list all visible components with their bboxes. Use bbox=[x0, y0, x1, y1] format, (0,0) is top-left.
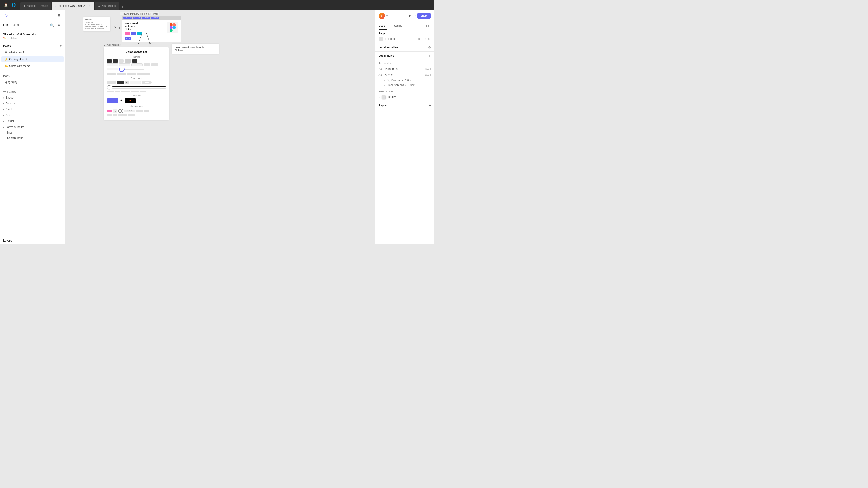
play-icon bbox=[409, 14, 412, 18]
tutorial-figma-button[interactable]: figma bbox=[125, 37, 131, 40]
tutorial-frame-area: How to install Skeleton in Figma! Skelet… bbox=[83, 12, 219, 39]
nav-buttons[interactable]: ▸ Buttons bbox=[0, 101, 65, 106]
page-color-opacity[interactable]: 100 bbox=[417, 37, 422, 41]
paragraph-size: · 16/24 bbox=[423, 68, 431, 70]
cookbook-star-icon: ✦ bbox=[119, 98, 124, 103]
anchor-sub-big-screens[interactable]: ▸ Big Screens > 768px bbox=[379, 78, 431, 83]
page-item-getting-started[interactable]: ⚡ Getting started bbox=[1, 56, 64, 62]
tab-skeleton-v3[interactable]: ⬡ Skeleton v3.0.0-next.4 ✕ bbox=[52, 2, 94, 10]
cookbook-apple-btn: 🍎 bbox=[125, 98, 136, 103]
paragraph-name: Paragraph bbox=[385, 67, 398, 70]
project-name-label: Skeleton v3.0.0-next.4 bbox=[3, 33, 34, 36]
zoom-control[interactable]: 11% ▾ bbox=[424, 25, 431, 27]
tab-close-icon[interactable]: ✕ bbox=[88, 4, 91, 8]
effect-styles-label: Effect styles bbox=[379, 90, 431, 93]
page-customize-theme-label: Customize theme bbox=[9, 64, 30, 68]
right-top: S ▾ ▾ Share bbox=[375, 10, 434, 22]
local-variables-section: Local variables ⚙ bbox=[375, 43, 434, 52]
sidebar-toolbar: ⬡ ▾ ⊞ bbox=[0, 10, 65, 21]
comp-dark-btn bbox=[117, 81, 124, 84]
play-button[interactable] bbox=[407, 13, 413, 19]
tab-prototype[interactable]: Prototype bbox=[391, 22, 402, 30]
tab-skeleton-design-label: Skeleton - Design bbox=[27, 4, 48, 7]
customize-arrow-icon: → bbox=[213, 47, 216, 51]
local-vars-settings-icon[interactable]: ⚙ bbox=[428, 46, 431, 49]
nav-forms-inputs[interactable]: ▸ Forms & Inputs bbox=[0, 124, 65, 130]
figma-pink-bar bbox=[107, 110, 112, 112]
tab-file[interactable]: File bbox=[3, 23, 8, 27]
shadow-swatch bbox=[381, 95, 385, 99]
buttons-chevron-icon: ▸ bbox=[3, 102, 4, 105]
tool-arrow: ▾ bbox=[8, 14, 10, 17]
layers-section[interactable]: Layers bbox=[0, 237, 65, 244]
customize-theme-card[interactable]: How to customize your theme in Skeleton … bbox=[172, 43, 219, 54]
project-name[interactable]: Skeleton v3.0.0-next.4 ▾ bbox=[3, 33, 62, 36]
share-button[interactable]: Share bbox=[417, 13, 431, 19]
nav-search-input[interactable]: Search Input bbox=[0, 135, 65, 141]
globe-icon[interactable]: 🌐 bbox=[10, 2, 17, 8]
svg-rect-4 bbox=[169, 29, 173, 32]
shadow-chevron-icon: ▸ bbox=[379, 96, 380, 98]
tab-add-button[interactable]: + bbox=[119, 4, 126, 10]
sidebar-divider-1 bbox=[3, 71, 62, 71]
local-styles-add-icon[interactable]: + bbox=[429, 54, 431, 58]
page-item-whats-new[interactable]: 🖥 What's new? bbox=[1, 49, 64, 56]
anchor-small-screens-label: Small Screens < 768px bbox=[386, 84, 414, 87]
project-sub-text: Skeleton bbox=[7, 37, 17, 39]
nav-card[interactable]: ▸ Card bbox=[0, 106, 65, 112]
search-input-label: Search Input bbox=[7, 136, 23, 140]
tab-assets[interactable]: Assets bbox=[11, 23, 20, 27]
effect-shadow[interactable]: ▸ shadow bbox=[379, 94, 431, 100]
page-getting-started-emoji: ⚡ bbox=[4, 58, 8, 61]
page-color-value[interactable]: E0E0E0 bbox=[385, 37, 416, 41]
home-icon[interactable]: 🏠 bbox=[3, 2, 9, 8]
page-color-swatch[interactable] bbox=[379, 37, 383, 41]
tool-selector[interactable]: ⬡ ▾ bbox=[3, 13, 11, 18]
mini-tag-2 bbox=[117, 73, 126, 75]
text-style-paragraph[interactable]: Ag Paragraph · 16/24 bbox=[379, 66, 431, 72]
canvas-area[interactable]: How to install Skeleton in Figma! Skelet… bbox=[65, 10, 375, 244]
add-page-icon[interactable]: ⊕ bbox=[56, 23, 62, 28]
nav-item-typography[interactable]: Typography bbox=[0, 79, 65, 85]
divider-label: Divider bbox=[6, 120, 14, 123]
search-icon[interactable]: 🔍 bbox=[49, 23, 55, 28]
components-section-title: Components bbox=[107, 77, 166, 79]
page-panel-label: Page bbox=[379, 32, 431, 35]
paragraph-ag-icon: Ag bbox=[379, 67, 383, 71]
text-style-anchor[interactable]: Ag Anchor · 16/24 bbox=[379, 72, 431, 78]
nav-input[interactable]: Input bbox=[0, 130, 65, 135]
top-bar-left: 🏠 🌐 bbox=[3, 2, 17, 8]
nav-divider[interactable]: ▸ Divider bbox=[0, 118, 65, 124]
top-menu-button[interactable]: ... bbox=[425, 2, 431, 8]
mini-input-2 bbox=[119, 64, 130, 66]
export-add-icon[interactable]: + bbox=[429, 103, 431, 107]
nav-item-icons[interactable]: Icons bbox=[0, 73, 65, 79]
tab-skeleton-v3-label: Skeleton v3.0.0-next.4 bbox=[59, 4, 86, 7]
user-avatar[interactable]: S bbox=[379, 13, 385, 19]
mini-btn-1 bbox=[107, 59, 112, 63]
project-sub-icon: ✏️ bbox=[3, 37, 6, 39]
page-item-customize-theme[interactable]: 🍋 Customize theme bbox=[1, 63, 64, 69]
anchor-sub-small-screens[interactable]: ▸ Small Screens < 768px bbox=[379, 83, 431, 88]
add-page-button[interactable]: + bbox=[60, 43, 62, 48]
right-top-left: S ▾ bbox=[379, 13, 388, 19]
local-styles-section-header[interactable]: Local styles + bbox=[375, 52, 434, 60]
page-customize-theme-emoji: 🍋 bbox=[4, 64, 8, 68]
tab-design[interactable]: Design bbox=[379, 22, 387, 30]
tutorial-tag-3: TUTORIAL bbox=[142, 17, 150, 19]
avatar-dropdown-icon[interactable]: ▾ bbox=[386, 14, 388, 18]
nav-badge[interactable]: ▸ Badge bbox=[0, 95, 65, 101]
layout-toggle-button[interactable]: ⊞ bbox=[56, 13, 62, 18]
page-visibility-icon[interactable]: 👁 bbox=[428, 37, 431, 41]
percent-sign: % bbox=[424, 38, 426, 40]
nav-chip[interactable]: ▸ Chip bbox=[0, 112, 65, 118]
local-variables-label: Local variables bbox=[379, 46, 398, 49]
page-whats-new-label: What's new? bbox=[8, 51, 24, 54]
play-dropdown-icon[interactable]: ▾ bbox=[415, 15, 416, 17]
tab-skeleton-design[interactable]: ◆ Skeleton - Design bbox=[20, 2, 51, 10]
mini-btn-gray2 bbox=[125, 59, 131, 63]
project-info: Skeleton v3.0.0-next.4 ▾ ✏️ Skeleton bbox=[0, 30, 65, 41]
components-title: Components list bbox=[107, 51, 166, 54]
tab-your-project[interactable]: ◆ Your project bbox=[95, 2, 119, 10]
page-getting-started-label: Getting started bbox=[9, 58, 27, 61]
